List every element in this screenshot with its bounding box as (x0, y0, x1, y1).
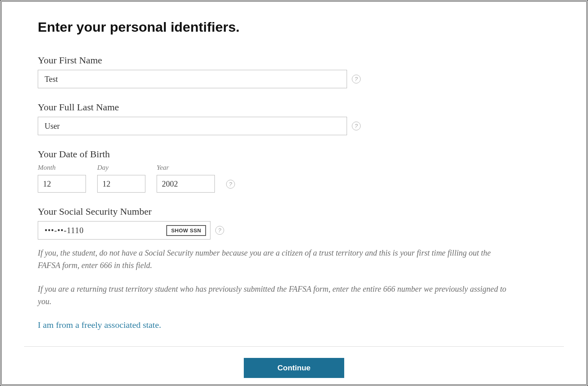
ssn-help-text-1: If you, the student, do not have a Socia… (38, 247, 512, 272)
page-title: Enter your personal identifiers. (38, 19, 550, 35)
first-name-field: Your First Name ? (38, 55, 550, 88)
dob-label: Your Date of Birth (38, 149, 550, 160)
last-name-field: Your Full Last Name ? (38, 102, 550, 135)
last-name-label: Your Full Last Name (38, 102, 550, 113)
continue-button[interactable]: Continue (244, 358, 344, 378)
freely-associated-state-link[interactable]: I am from a freely associated state. (38, 320, 550, 330)
dob-month-input[interactable] (38, 175, 86, 193)
ssn-help-text-2: If you are a returning trust territory s… (38, 283, 512, 308)
ssn-masked-value: •••-••-1110 (45, 226, 162, 235)
show-ssn-button[interactable]: SHOW SSN (166, 225, 206, 236)
ssn-label: Your Social Security Number (38, 206, 550, 217)
dob-month-label: Month (38, 164, 86, 172)
help-icon[interactable]: ? (352, 122, 361, 130)
ssn-input-wrap[interactable]: •••-••-1110 SHOW SSN (38, 221, 210, 240)
ssn-field: Your Social Security Number •••-••-1110 … (38, 206, 550, 240)
dob-day-label: Day (97, 164, 145, 172)
help-icon[interactable]: ? (352, 75, 361, 83)
last-name-input[interactable] (38, 117, 347, 135)
dob-year-label: Year (157, 164, 215, 172)
first-name-input[interactable] (38, 70, 347, 88)
help-icon[interactable]: ? (226, 180, 235, 189)
first-name-label: Your First Name (38, 55, 550, 66)
form-container: Enter your personal identifiers. Your Fi… (2, 2, 586, 378)
dob-year-input[interactable] (157, 175, 215, 193)
divider (24, 346, 564, 347)
help-icon[interactable]: ? (215, 226, 224, 235)
dob-field: Your Date of Birth Month Day Year ? (38, 149, 550, 193)
dob-day-input[interactable] (97, 175, 145, 193)
